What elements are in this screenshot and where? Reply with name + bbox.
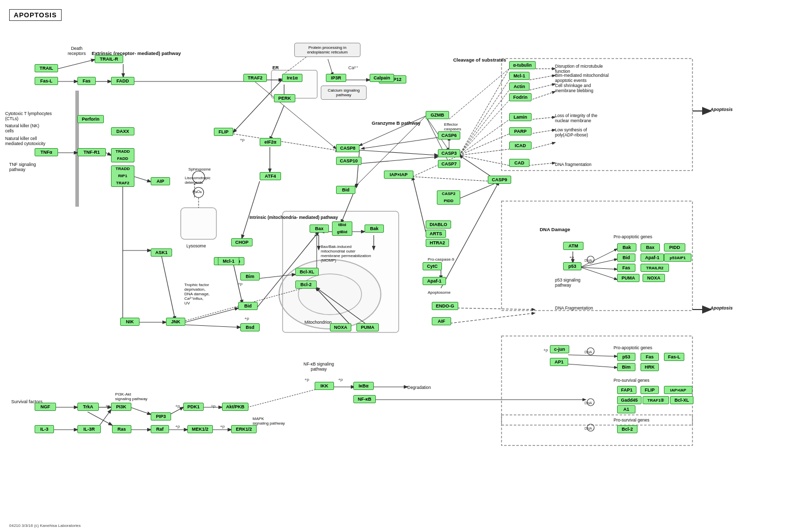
PI3K-node[interactable]: PI3K [111,403,131,411]
AktPKB-node[interactable]: Akt/PKB [222,403,248,411]
BclXL-low-node[interactable]: Bcl-2 [617,425,637,433]
IL3R-node[interactable]: IL-3R [77,425,101,433]
AIF-low-node[interactable]: AIF [432,317,451,325]
IAP-XIAP-rt-node[interactable]: IAP×IAP [664,386,692,394]
p53AIP1-rt-node[interactable]: p53AIP1 [664,254,691,262]
ENDO-G-node[interactable]: ENDO-G [432,302,458,310]
ATF4-node[interactable]: ATF4 [260,172,281,180]
p53-node[interactable]: p53 [563,262,581,270]
DAXX-node[interactable]: DAXX [111,127,134,135]
IKK-node[interactable]: IKK [315,382,334,390]
Bak-rt-node[interactable]: Bak [617,243,636,251]
ARTS-node[interactable]: ARTS [426,230,446,238]
Apaf1-node[interactable]: Apaf-1 [423,277,446,285]
Fas-low-node[interactable]: Fas [641,353,659,361]
FADD-node[interactable]: FADD [111,77,134,85]
Gadd45-node[interactable]: Gadd45 [617,396,642,404]
Bsd-node[interactable]: Bsd [240,323,260,331]
IP3R-node[interactable]: IP3R [326,74,346,82]
HTRA2-node[interactable]: HTRA2 [426,239,449,247]
TNFa-node[interactable]: TNFα [35,148,58,156]
ATM-node[interactable]: ATM [563,242,583,250]
eIF2a-node[interactable]: eIF2α [260,138,281,146]
Bid-rt-node[interactable]: Bid [617,254,635,262]
Mcl1-up-node[interactable]: Mcl-1 [509,72,530,80]
Bid-up-node[interactable]: Bid [336,186,355,194]
MEK12-node[interactable]: MEK1/2 [187,425,213,433]
FLIP-node[interactable]: FLIP [214,128,233,136]
NOXA-rt-node[interactable]: NOXA [643,274,665,282]
TRAIL-R-node[interactable]: TRAIL-R [95,55,123,63]
Bid-mid-node[interactable]: Bid [238,302,258,310]
alpha-tubulin-node[interactable]: α-tubulin [509,61,536,69]
AIP-node[interactable]: AIP [151,177,170,185]
Actin-node[interactable]: Actin [509,82,530,91]
Bax-rt-node[interactable]: Bax [641,243,660,251]
CASP2-PIDD-node[interactable]: CASP2PIDD [437,190,460,205]
Mcl1-mid-node[interactable]: Mcl-1 [218,257,239,265]
TRAF2-node[interactable]: TRAF2 [243,74,267,82]
TRADD-RIP1-TRAF2-node[interactable]: TRADDRIP1TRAF2 [111,165,134,187]
CytC-node[interactable]: CytC [423,262,442,270]
TrkA-node[interactable]: TrkA [77,403,99,411]
ERK12-node[interactable]: ERK1/2 [231,425,257,433]
PDK1-node[interactable]: PDK1 [183,403,204,411]
NGF-node[interactable]: NGF [35,403,56,411]
CASP8-node[interactable]: CASP8 [336,144,359,152]
CASP6-node[interactable]: CASP6 [438,131,460,139]
Apaf1-rt-node[interactable]: Apaf-1 [641,254,664,262]
CAD-node[interactable]: CAD [509,159,530,167]
BclXL-rt-node[interactable]: Bcl-XL [670,396,693,404]
IL3-node[interactable]: IL-3 [35,425,54,433]
CASP10-node[interactable]: CASP10 [336,157,362,165]
HRK-node[interactable]: HRK [641,363,659,371]
CHOP-node[interactable]: CHOP [231,238,253,246]
Ras-node[interactable]: Ras [112,425,131,433]
Bak-node[interactable]: Bak [365,225,384,233]
AP1-node[interactable]: AP1 [550,358,568,366]
NF-kB-node[interactable]: NF-κB [353,395,376,403]
PIDD-rt-node[interactable]: PIDD [664,243,685,251]
FAP1-node[interactable]: FAP1 [617,386,636,394]
Bim-node[interactable]: Bim [240,272,260,281]
p53-low-node[interactable]: p53 [617,353,635,361]
PIP3-node[interactable]: PIP3 [151,412,171,421]
Perforin-node[interactable]: Perforin [77,115,104,123]
FasL-node[interactable]: Fas-L [35,77,58,85]
Bax-node[interactable]: Bax [310,225,329,233]
FasL-low-node[interactable]: Fas-L [664,353,684,361]
cjun-node[interactable]: c-jun [550,345,569,353]
PERK-node[interactable]: PERK [274,94,295,102]
IkBa-node[interactable]: IκBα [353,382,374,390]
NIK-node[interactable]: NIK [120,318,140,326]
IAP-XIAP-node[interactable]: IAP×IAP [384,171,413,179]
PUMA-rt-node[interactable]: PUMA [617,274,640,282]
Bcl-XL-node[interactable]: Bcl-XL [295,268,319,276]
NOXA-node[interactable]: NOXA [330,323,351,331]
TRAILR2-rt-node[interactable]: TRAILR2 [641,264,669,272]
GZMB-node[interactable]: GZMB [426,111,449,119]
Raf-node[interactable]: Raf [151,425,169,433]
JNK-node[interactable]: JNK [166,318,185,326]
A1-node[interactable]: A1 [617,405,635,413]
CASP9-node[interactable]: CASP9 [488,176,511,184]
TRAF10-node[interactable]: TRAF1② [643,396,669,404]
PUMA-node[interactable]: PUMA [356,323,379,331]
TNF-R1-node[interactable]: TNF-R1 [77,148,106,156]
Bcl-2-node[interactable]: Bcl-2 [295,281,317,289]
Lamin-node[interactable]: Lamin [509,113,532,121]
TRAIL-node[interactable]: TRAIL [35,64,58,72]
CASP7-node[interactable]: CASP7 [438,160,460,168]
tBid-gtBid-node[interactable]: tBidgtBid [332,221,352,236]
Ire1a-node[interactable]: Ire1α [282,74,302,82]
Fodrin-node[interactable]: Fodrin [509,93,532,101]
Fas-rt-node[interactable]: Fas [617,264,635,272]
FLIP-rt-node[interactable]: FLIP [641,386,659,394]
Bim-low-node[interactable]: Bim [617,363,635,371]
PARP-node[interactable]: PARP [509,127,532,135]
ASK1-node[interactable]: ASK1 [151,248,172,257]
TRADD-FADD-node[interactable]: TRADDFADD [111,148,134,162]
CASP3-node[interactable]: CASP3 [438,149,460,157]
ICAD-node[interactable]: ICAD [509,142,532,150]
Fas-node[interactable]: Fas [77,77,96,85]
